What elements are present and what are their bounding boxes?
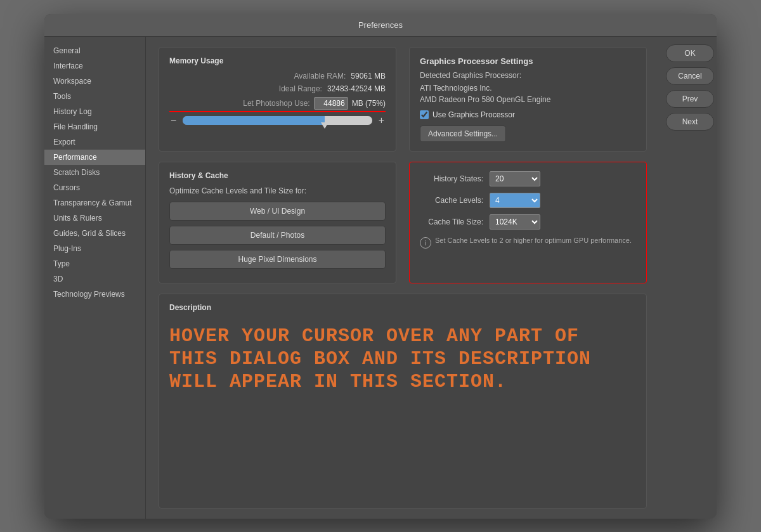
sidebar-item-units-rulers[interactable]: Units & Rulers: [44, 211, 145, 226]
history-cache-section: History & Cache Optimize Cache Levels an…: [159, 162, 647, 283]
gpu-section-title: Graphics Processor Settings: [420, 56, 636, 66]
available-ram-label: Available RAM:: [294, 72, 346, 81]
title-bar: Preferences: [44, 14, 717, 37]
cache-levels-row: Cache Levels: 1 2 3 4 5 6 7 8: [420, 193, 636, 208]
sidebar-item-tools[interactable]: Tools: [44, 89, 145, 104]
sidebar-item-type[interactable]: Type: [44, 256, 145, 271]
web-ui-design-btn[interactable]: Web / UI Design: [169, 202, 386, 221]
top-panels: Memory Usage Available RAM: 59061 MB Ide…: [159, 47, 647, 152]
description-text: HOVER YOUR CURSOR OVER ANY PART OF THIS …: [169, 325, 636, 393]
memory-slider-row: − +: [169, 115, 386, 126]
gpu-name: ATI Technologies Inc. AMD Radeon Pro 580…: [420, 82, 636, 105]
window-title: Preferences: [358, 20, 403, 30]
sidebar-item-scratch-disks[interactable]: Scratch Disks: [44, 165, 145, 180]
advanced-settings-btn[interactable]: Advanced Settings...: [420, 126, 506, 142]
memory-usage-panel: Memory Usage Available RAM: 59061 MB Ide…: [159, 47, 396, 152]
use-gpu-label: Use Graphics Processor: [433, 110, 515, 119]
let-photoshop-input[interactable]: [314, 97, 348, 110]
default-photos-btn[interactable]: Default / Photos: [169, 226, 386, 245]
let-photoshop-suffix: MB (75%): [352, 99, 386, 108]
dialog-buttons: OK Cancel Prev Next: [660, 37, 717, 519]
slider-plus-btn[interactable]: +: [377, 115, 386, 126]
sidebar-item-file-handling[interactable]: File Handling: [44, 119, 145, 134]
sidebar-item-guides-grid[interactable]: Guides, Grid & Slices: [44, 226, 145, 241]
slider-thumb: [321, 122, 328, 129]
use-gpu-row: Use Graphics Processor: [420, 110, 636, 119]
graphics-processor-panel: Graphics Processor Settings Detected Gra…: [409, 47, 647, 152]
description-section: Description HOVER YOUR CURSOR OVER ANY P…: [159, 294, 647, 509]
main-content: Memory Usage Available RAM: 59061 MB Ide…: [146, 37, 660, 519]
cache-info-text: Set Cache Levels to 2 or higher for opti…: [435, 236, 632, 245]
sidebar-item-technology-previews[interactable]: Technology Previews: [44, 287, 145, 302]
history-states-label: History States:: [420, 174, 483, 183]
history-cache-left: History & Cache Optimize Cache Levels an…: [159, 162, 396, 283]
cache-levels-select[interactable]: 1 2 3 4 5 6 7 8: [490, 193, 540, 208]
let-photoshop-label: Let Photoshop Use:: [243, 99, 309, 108]
sidebar-item-transparency-gamut[interactable]: Transparency & Gamut: [44, 195, 145, 211]
sidebar-item-plugins[interactable]: Plug-Ins: [44, 241, 145, 256]
sidebar-item-history-log[interactable]: History Log: [44, 104, 145, 119]
sidebar-item-general[interactable]: General: [44, 43, 145, 58]
memory-slider-track[interactable]: [183, 116, 372, 125]
let-photoshop-row: Let Photoshop Use: MB (75%): [169, 97, 386, 112]
cache-tile-select[interactable]: 128K 256K 512K 1024K 2048K: [490, 214, 540, 230]
cache-info-row: i Set Cache Levels to 2 or higher for op…: [420, 236, 636, 249]
ideal-range-label: Ideal Range:: [279, 84, 322, 93]
info-icon: i: [420, 237, 431, 249]
prev-button[interactable]: Prev: [666, 90, 714, 108]
ideal-range-value: 32483-42524 MB: [327, 84, 386, 93]
sidebar-item-performance[interactable]: Performance: [44, 150, 145, 165]
preferences-window: Preferences General Interface Workspace …: [44, 14, 717, 519]
slider-minus-btn[interactable]: −: [169, 115, 178, 126]
description-title: Description: [169, 303, 636, 312]
cache-levels-label: Cache Levels:: [420, 196, 483, 205]
optimize-label: Optimize Cache Levels and Tile Size for:: [169, 186, 386, 195]
next-button[interactable]: Next: [666, 113, 714, 131]
history-cache-title: History & Cache: [169, 171, 386, 180]
ideal-range-row: Ideal Range: 32483-42524 MB: [169, 84, 386, 93]
use-gpu-checkbox[interactable]: [420, 110, 429, 119]
slider-fill: [183, 116, 325, 125]
sidebar-item-3d[interactable]: 3D: [44, 271, 145, 287]
cache-tile-row: Cache Tile Size: 128K 256K 512K 1024K 20…: [420, 214, 636, 230]
cache-tile-label: Cache Tile Size:: [420, 217, 483, 226]
sidebar-item-workspace[interactable]: Workspace: [44, 74, 145, 89]
sidebar-item-export[interactable]: Export: [44, 134, 145, 150]
ok-button[interactable]: OK: [666, 44, 714, 62]
available-ram-row: Available RAM: 59061 MB: [169, 72, 386, 81]
gpu-detected-label: Detected Graphics Processor:: [420, 71, 636, 80]
available-ram-value: 59061 MB: [351, 72, 386, 81]
sidebar-item-interface[interactable]: Interface: [44, 58, 145, 74]
sidebar-item-cursors[interactable]: Cursors: [44, 180, 145, 195]
cancel-button[interactable]: Cancel: [666, 67, 714, 85]
huge-pixel-btn[interactable]: Huge Pixel Dimensions: [169, 250, 386, 269]
history-states-row: History States: 20 50 100 200: [420, 171, 636, 186]
memory-usage-title: Memory Usage: [169, 56, 386, 65]
history-states-select[interactable]: 20 50 100 200: [490, 171, 540, 186]
sidebar: General Interface Workspace Tools Histor…: [44, 37, 146, 519]
slider-remainder: [325, 116, 372, 125]
history-cache-right: History States: 20 50 100 200 Cache Leve…: [409, 162, 647, 283]
